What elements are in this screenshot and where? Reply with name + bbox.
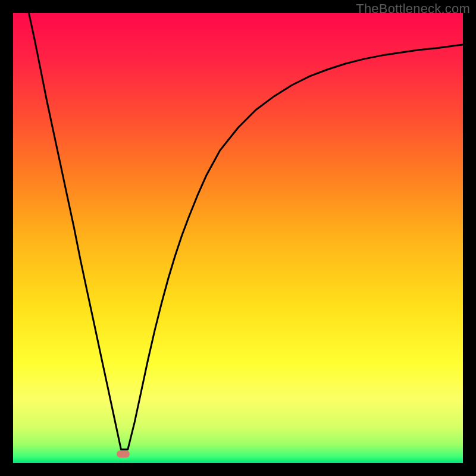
chart-svg	[13, 13, 463, 463]
optimum-marker	[117, 450, 130, 458]
plot-area	[13, 13, 463, 463]
gradient-background	[13, 13, 463, 463]
chart-frame: TheBottleneck.com	[0, 0, 476, 476]
watermark-label: TheBottleneck.com	[356, 1, 470, 17]
